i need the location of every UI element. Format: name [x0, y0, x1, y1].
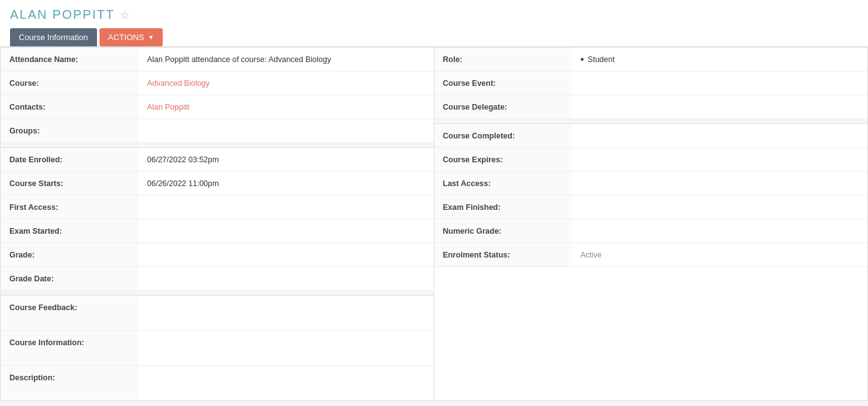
date-enrolled-label: Date Enrolled:	[1, 148, 138, 171]
course-starts-row: Course Starts: 06/26/2022 11:00pm	[1, 172, 434, 195]
numeric-grade-row: Numeric Grade:	[434, 219, 868, 243]
page-header: ALAN POPPITT ☆ Course Information ACTION…	[0, 0, 868, 47]
groups-label: Groups:	[1, 119, 138, 142]
exam-started-row: Exam Started:	[1, 219, 434, 243]
enrolment-status-label: Enrolment Status:	[434, 243, 572, 266]
exam-finished-row: Exam Finished:	[434, 195, 868, 219]
actions-dropdown-button[interactable]: ACTIONS ▼	[100, 28, 163, 46]
contacts-row: Contacts: Alan Poppitt	[1, 95, 434, 119]
description-value	[138, 366, 434, 400]
course-completed-value	[572, 124, 868, 147]
first-access-label: First Access:	[1, 195, 138, 219]
course-expires-value	[572, 148, 868, 171]
description-row: Description:	[1, 366, 434, 400]
actions-label: ACTIONS	[108, 33, 145, 42]
attendance-name-value: Alan Poppitt attendance of course: Advan…	[138, 48, 434, 71]
course-feedback-row: Course Feedback:	[1, 296, 434, 331]
favorite-star-icon[interactable]: ☆	[120, 8, 130, 22]
left-panel: Attendance Name: Alan Poppitt attendance…	[1, 48, 434, 400]
course-label: Course:	[1, 71, 138, 95]
course-starts-label: Course Starts:	[1, 172, 138, 195]
description-label: Description:	[1, 366, 138, 400]
role-text: Student	[588, 55, 615, 64]
contacts-label: Contacts:	[1, 95, 138, 118]
role-bullet: •	[581, 55, 585, 65]
course-value[interactable]: Advanced Biology	[138, 71, 434, 95]
attendance-name-label: Attendance Name:	[1, 48, 138, 71]
course-information-label: Course Information:	[1, 331, 138, 365]
last-access-value	[572, 172, 868, 195]
course-delegate-value	[572, 95, 868, 118]
tabs-bar: Course Information ACTIONS ▼	[10, 28, 858, 46]
page-title: ALAN POPPITT	[10, 8, 115, 22]
grade-date-value	[138, 267, 434, 290]
role-label: Role:	[434, 48, 572, 71]
course-starts-value: 06/26/2022 11:00pm	[138, 172, 434, 195]
enrolment-status-value: Active	[572, 243, 868, 266]
first-access-row: First Access:	[1, 195, 434, 219]
form-grid: Attendance Name: Alan Poppitt attendance…	[0, 47, 868, 401]
course-completed-row: Course Completed:	[434, 124, 868, 148]
first-access-value	[138, 195, 434, 219]
attendance-name-row: Attendance Name: Alan Poppitt attendance…	[1, 48, 434, 71]
spacer-1	[1, 143, 434, 148]
course-completed-label: Course Completed:	[434, 124, 572, 147]
groups-row: Groups:	[1, 119, 434, 143]
role-row: Role: • Student	[434, 48, 868, 71]
grade-label: Grade:	[1, 243, 138, 266]
enrolment-status-row: Enrolment Status: Active	[434, 243, 868, 267]
grade-date-label: Grade Date:	[1, 267, 138, 290]
grade-value	[138, 243, 434, 266]
course-expires-row: Course Expires:	[434, 148, 868, 172]
contacts-value[interactable]: Alan Poppitt	[138, 95, 434, 118]
course-information-value	[138, 331, 434, 365]
groups-value	[138, 119, 434, 142]
right-panel: Role: • Student Course Event: Course Del…	[434, 48, 868, 400]
course-expires-label: Course Expires:	[434, 148, 572, 171]
course-event-label: Course Event:	[434, 71, 572, 95]
spacer-right-1	[434, 119, 868, 124]
course-information-row: Course Information:	[1, 331, 434, 366]
last-access-row: Last Access:	[434, 172, 868, 195]
course-event-row: Course Event:	[434, 71, 868, 95]
actions-arrow-icon: ▼	[148, 34, 154, 41]
last-access-label: Last Access:	[434, 172, 572, 195]
header-title-area: ALAN POPPITT ☆	[10, 8, 858, 22]
numeric-grade-label: Numeric Grade:	[434, 219, 572, 242]
grade-date-row: Grade Date:	[1, 267, 434, 291]
main-content: Attendance Name: Alan Poppitt attendance…	[0, 47, 868, 401]
exam-finished-value	[572, 195, 868, 219]
course-feedback-value	[138, 296, 434, 330]
date-enrolled-row: Date Enrolled: 06/27/2022 03:52pm	[1, 148, 434, 172]
spacer-2	[1, 291, 434, 296]
grade-row: Grade:	[1, 243, 434, 267]
role-value: • Student	[572, 48, 868, 71]
course-event-value	[572, 71, 868, 95]
exam-started-value	[138, 219, 434, 242]
exam-finished-label: Exam Finished:	[434, 195, 572, 219]
course-delegate-row: Course Delegate:	[434, 95, 868, 119]
numeric-grade-value	[572, 219, 868, 242]
course-feedback-label: Course Feedback:	[1, 296, 138, 330]
exam-started-label: Exam Started:	[1, 219, 138, 242]
tab-course-information[interactable]: Course Information	[10, 28, 97, 46]
course-row: Course: Advanced Biology	[1, 71, 434, 95]
date-enrolled-value: 06/27/2022 03:52pm	[138, 148, 434, 171]
course-delegate-label: Course Delegate:	[434, 95, 572, 118]
